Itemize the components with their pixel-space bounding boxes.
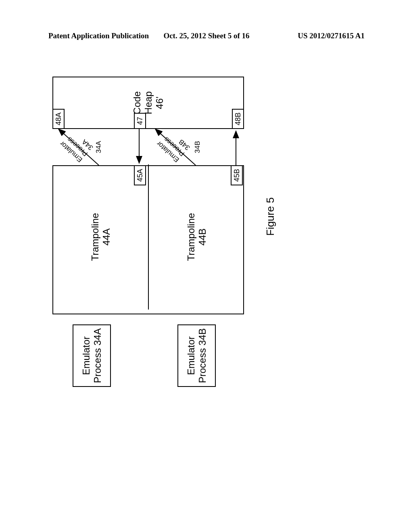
port-47: 47 (134, 113, 146, 129)
trampoline-a-line2: 44A (101, 229, 112, 246)
emulator-process-a-box: Emulator Process 34A (73, 324, 111, 387)
port-48b: 48B (232, 109, 244, 129)
header-center: Oct. 25, 2012 Sheet 5 of 16 (163, 31, 249, 40)
page-header: Patent Application Publication Oct. 25, … (0, 31, 413, 40)
header-right: US 2012/0271615 A1 (298, 31, 365, 40)
arrow-label-34a-diag: Emulator Process 34A (58, 127, 95, 164)
port-45a: 45A (134, 165, 146, 185)
emulator-process-b-box: Emulator Process 34B (177, 324, 216, 387)
arrow-label-34b-diag: Emulator Process 34B (155, 127, 192, 164)
trampoline-b: Trampoline 44B (149, 164, 244, 310)
trampoline-a: Trampoline 44A (53, 164, 149, 310)
trampoline-b-line1: Trampoline (186, 213, 197, 261)
emulator-b-line1: Emulator (186, 328, 197, 383)
port-48a: 48A (52, 109, 65, 129)
figure-caption: Figure 5 (264, 197, 277, 236)
diagram: Emulator Process 34A Emulator Process 34… (12, 121, 315, 359)
arrow-label-34b: 34B (194, 141, 202, 153)
arrow-label-34a: 34A (95, 141, 103, 153)
emulator-a-line1: Emulator (81, 328, 92, 383)
emulator-a-line2: Process 34A (92, 328, 103, 383)
trampoline-a-line1: Trampoline (90, 213, 101, 261)
header-left: Patent Application Publication (48, 31, 149, 40)
code-heap-line1: Code (131, 91, 143, 114)
code-heap-line3: 46' (154, 96, 165, 109)
emulator-b-line2: Process 34B (197, 328, 208, 383)
code-heap-box: Code Heap 46' 48A 47 48B (52, 77, 244, 129)
trampoline-b-line2: 44B (197, 229, 208, 246)
trampoline-container: Trampoline 44A Trampoline 44B 45A 45B (52, 165, 244, 314)
code-heap-line2: Heap (143, 91, 154, 114)
port-45b: 45B (231, 165, 243, 185)
